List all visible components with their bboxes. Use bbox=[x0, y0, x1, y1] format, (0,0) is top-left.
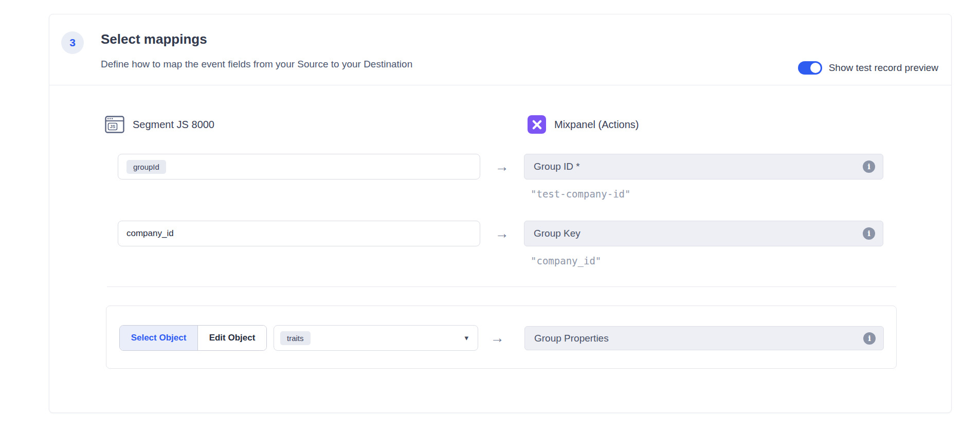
show-test-record-preview-toggle[interactable] bbox=[798, 61, 822, 75]
test-record-preview-value: "test-company-id" bbox=[531, 188, 630, 200]
object-mapping-box: Select Object Edit Object traits ▾ → Gro… bbox=[106, 306, 897, 369]
mixpanel-logo-icon bbox=[528, 115, 546, 134]
page-title: Select mappings bbox=[101, 31, 207, 47]
arrow-right-icon: → bbox=[492, 226, 512, 242]
destination-field[interactable]: Group Properties i bbox=[524, 326, 884, 350]
source-field-input[interactable]: groupId bbox=[118, 154, 480, 180]
toggle-knob bbox=[810, 63, 821, 73]
js-browser-window-icon: JS bbox=[105, 116, 124, 133]
section-divider bbox=[107, 286, 896, 287]
destination-column-header: Mixpanel (Actions) bbox=[528, 115, 639, 134]
arrow-right-icon: → bbox=[492, 159, 512, 175]
info-icon[interactable]: i bbox=[863, 160, 875, 173]
step-number-badge: 3 bbox=[61, 31, 84, 54]
test-record-preview-value: "company_id" bbox=[531, 255, 601, 266]
toggle-label: Show test record preview bbox=[829, 62, 938, 74]
destination-field-label: Group Key bbox=[534, 228, 580, 239]
chevron-down-icon: ▾ bbox=[464, 333, 468, 343]
destination-field-label: Group Properties bbox=[534, 333, 609, 344]
info-icon[interactable]: i bbox=[863, 332, 876, 345]
source-field-text-input[interactable] bbox=[126, 228, 471, 239]
page-subtitle: Define how to map the event fields from … bbox=[101, 59, 412, 70]
object-source-dropdown[interactable]: traits ▾ bbox=[274, 325, 478, 351]
destination-field[interactable]: Group ID * i bbox=[524, 154, 883, 180]
destination-field-label: Group ID * bbox=[534, 161, 580, 172]
test-record-preview-toggle-row: Show test record preview bbox=[798, 61, 938, 75]
select-object-button[interactable]: Select Object bbox=[120, 326, 198, 350]
edit-object-button[interactable]: Edit Object bbox=[198, 326, 266, 350]
select-mappings-card: 3 Select mappings Define how to map the … bbox=[49, 14, 952, 413]
source-field-input[interactable] bbox=[118, 221, 480, 246]
source-name: Segment JS 8000 bbox=[133, 119, 214, 131]
card-header: 3 Select mappings Define how to map the … bbox=[49, 14, 951, 85]
object-source-token[interactable]: traits bbox=[280, 331, 311, 345]
arrow-right-icon: → bbox=[487, 330, 507, 346]
info-icon[interactable]: i bbox=[863, 227, 875, 240]
destination-field[interactable]: Group Key i bbox=[524, 221, 883, 246]
source-field-token[interactable]: groupId bbox=[126, 160, 166, 174]
destination-name: Mixpanel (Actions) bbox=[554, 119, 639, 131]
svg-text:JS: JS bbox=[110, 124, 116, 129]
object-mode-button-group: Select Object Edit Object bbox=[119, 325, 267, 351]
source-column-header: JS Segment JS 8000 bbox=[105, 116, 214, 133]
